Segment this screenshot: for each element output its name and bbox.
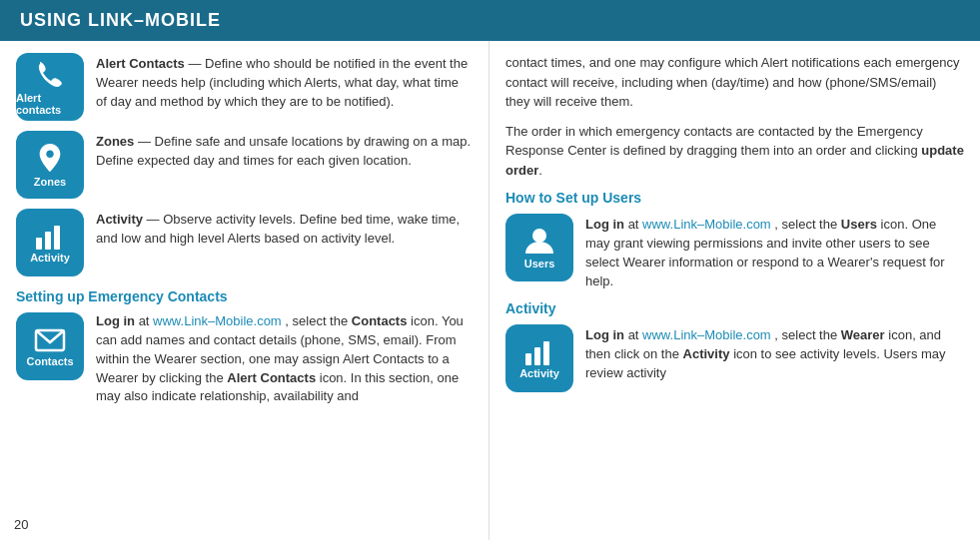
svg-rect-0	[36, 238, 42, 250]
contacts-icon-box: Contacts	[16, 312, 84, 380]
right-para2: The order in which emergency contacts ar…	[505, 122, 964, 181]
left-column: Alert contacts Alert Contacts — Define w…	[0, 41, 490, 540]
right-para1: contact times, and one may configure whi…	[505, 53, 964, 112]
activity-section-heading: Activity	[505, 300, 964, 316]
right-activity-login: Log in	[585, 327, 624, 342]
users-text: Log in at www.Link–Mobile.com , select t…	[585, 214, 964, 290]
zones-label: Zones	[34, 176, 66, 188]
svg-point-4	[532, 229, 546, 243]
contacts-login: Log in	[96, 313, 135, 328]
right-activity-label: Activity	[519, 367, 559, 379]
right-activity-bold: Activity	[683, 346, 730, 361]
svg-rect-7	[543, 341, 549, 365]
alert-contacts-link: Alert Contacts	[227, 370, 316, 385]
alert-contacts-text: Alert Contacts — Define who should be no…	[96, 53, 473, 112]
zones-icon-box: Zones	[16, 131, 84, 199]
right-column: contact times, and one may configure whi…	[490, 41, 980, 540]
right-activity-site: www.Link–Mobile.com	[642, 327, 771, 342]
location-pin-icon	[36, 142, 64, 174]
alert-contacts-dash: —	[188, 56, 201, 71]
feature-zones: Zones Zones — Define safe and unsafe loc…	[16, 131, 473, 199]
contacts-label: Contacts	[26, 355, 73, 367]
users-login: Log in	[585, 217, 624, 232]
users-label: Users	[524, 258, 555, 270]
envelope-icon	[34, 325, 66, 353]
page-title: USING LINK–MOBILE	[20, 10, 221, 30]
feature-alert-contacts: Alert contacts Alert Contacts — Define w…	[16, 53, 473, 121]
zones-title: Zones	[96, 134, 134, 149]
right-wearer-bold: Wearer	[841, 327, 885, 342]
activity-label: Activity	[30, 252, 70, 264]
svg-rect-2	[54, 226, 60, 250]
contacts-bold: Contacts	[352, 313, 408, 328]
zones-text: Zones — Define safe and unsafe locations…	[96, 131, 473, 171]
activity-icon-box: Activity	[16, 209, 84, 276]
users-site: www.Link–Mobile.com	[642, 217, 771, 232]
how-setup-heading: How to Set up Users	[505, 190, 964, 206]
para2-end: .	[538, 163, 542, 178]
right-activity-icon-box: Activity	[505, 324, 573, 392]
alert-contacts-title: Alert Contacts	[96, 56, 185, 71]
contacts-text: Log in at www.Link–Mobile.com , select t…	[96, 312, 473, 406]
svg-rect-5	[525, 353, 531, 365]
svg-rect-1	[45, 232, 51, 250]
header: USING LINK–MOBILE	[0, 0, 980, 41]
activity-text: Activity — Observe activity levels. Defi…	[96, 209, 473, 249]
contacts-site: www.Link–Mobile.com	[153, 313, 282, 328]
emergency-heading: Setting up Emergency Contacts	[16, 288, 473, 304]
alert-contacts-label: Alert contacts	[16, 92, 84, 116]
right-bar-chart-icon	[523, 337, 555, 365]
alert-contacts-icon-box: Alert contacts	[16, 53, 84, 121]
user-icon	[523, 226, 555, 256]
users-item: Users Log in at www.Link–Mobile.com , se…	[505, 214, 964, 290]
users-bold: Users	[841, 217, 877, 232]
bar-chart-icon	[34, 222, 66, 250]
users-section: Users Log in at www.Link–Mobile.com , se…	[505, 214, 964, 290]
activity-title: Activity	[96, 212, 143, 227]
feature-activity: Activity Activity — Observe activity lev…	[16, 209, 473, 276]
phone-icon	[34, 58, 66, 90]
users-icon-box: Users	[505, 214, 573, 281]
page-number: 20	[14, 517, 28, 532]
activity-section: Activity Log in at www.Link–Mobile.com ,…	[505, 324, 964, 392]
right-activity-text: Log in at www.Link–Mobile.com , select t…	[585, 324, 964, 383]
para2-text1: The order in which emergency contacts ar…	[505, 124, 923, 159]
contacts-item: Contacts Log in at www.Link–Mobile.com ,…	[16, 312, 473, 406]
right-activity-item: Activity Log in at www.Link–Mobile.com ,…	[505, 324, 964, 392]
svg-rect-6	[534, 347, 540, 365]
